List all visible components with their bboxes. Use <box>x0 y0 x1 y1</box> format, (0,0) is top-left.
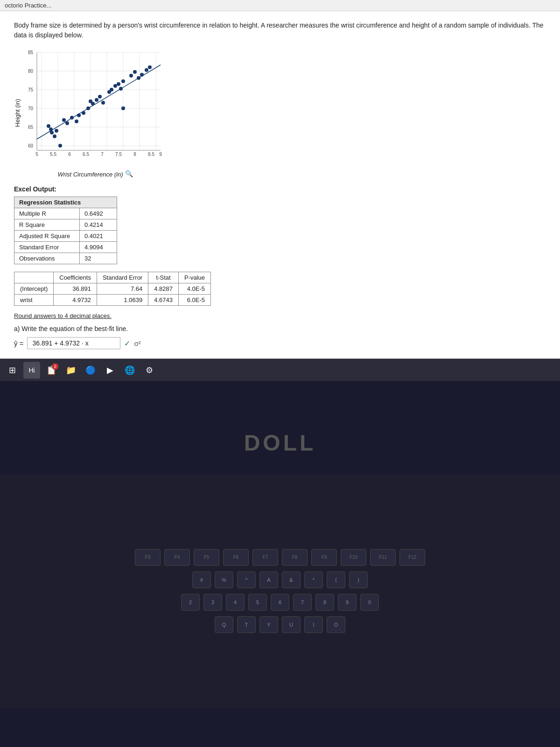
svg-point-39 <box>75 120 78 123</box>
coeff-col-p-value: P-value <box>178 272 210 283</box>
key-6[interactable]: 6 <box>271 594 289 611</box>
svg-point-51 <box>117 82 120 86</box>
svg-point-37 <box>65 121 69 125</box>
svg-text:5: 5 <box>35 152 38 157</box>
key-f11[interactable]: F11 <box>370 549 396 566</box>
key-8[interactable]: 8 <box>315 594 334 611</box>
key-ampersand[interactable]: & <box>282 571 301 588</box>
equation-input[interactable] <box>27 337 120 349</box>
svg-point-60 <box>145 68 148 72</box>
key-f9[interactable]: F9 <box>311 549 337 566</box>
key-i[interactable]: I <box>304 616 323 633</box>
wrist-label: wrist <box>14 295 54 306</box>
key-f6[interactable]: F6 <box>223 549 249 566</box>
observations-label: Observations <box>14 253 80 264</box>
sigma-icon: σ² <box>134 339 140 347</box>
taskbar-icon-badge[interactable]: 📋2 <box>43 362 60 379</box>
svg-text:8: 8 <box>133 152 136 157</box>
wrist-std-error: 1.0639 <box>97 295 148 306</box>
svg-point-59 <box>58 144 62 148</box>
key-rparen[interactable]: ) <box>349 571 368 588</box>
intercept-p-value: 4.0E-5 <box>178 283 210 295</box>
key-2[interactable]: 2 <box>181 594 200 611</box>
svg-text:65: 65 <box>28 125 34 130</box>
adj-r-square-value: 0.4021 <box>80 231 117 242</box>
key-9[interactable]: 9 <box>338 594 357 611</box>
svg-point-41 <box>82 111 85 115</box>
svg-text:80: 80 <box>28 69 34 74</box>
observations-value: 32 <box>80 253 117 264</box>
svg-text:85: 85 <box>28 50 34 55</box>
key-4[interactable]: 4 <box>226 594 245 611</box>
table-row: (Intercept) 36.891 7.64 4.8287 4.0E-5 <box>14 283 211 295</box>
main-content: Body frame size is determined by a perso… <box>0 11 560 368</box>
key-f7[interactable]: F7 <box>252 549 278 566</box>
svg-point-44 <box>95 98 98 102</box>
kb-fn-row: F3 F4 F5 F6 F7 F8 F9 F10 F11 F12 <box>135 549 425 566</box>
taskbar-icon-gear[interactable]: ⚙ <box>141 362 158 379</box>
svg-text:6: 6 <box>68 152 71 157</box>
svg-point-33 <box>53 134 56 138</box>
key-hash[interactable]: # <box>192 571 211 588</box>
svg-text:75: 75 <box>28 87 34 92</box>
coeff-header-row: Coefficients Standard Error t-Stat P-val… <box>14 272 211 283</box>
key-y[interactable]: Y <box>259 616 278 633</box>
key-f10[interactable]: F10 <box>341 549 366 566</box>
svg-point-58 <box>140 73 144 77</box>
key-u[interactable]: U <box>282 616 301 633</box>
kb-number-row: # % ^ A & * ( ) <box>192 571 368 588</box>
svg-point-61 <box>148 65 152 69</box>
svg-point-36 <box>49 127 53 131</box>
key-q[interactable]: Q <box>215 616 233 633</box>
taskbar-icon-browser[interactable]: 🌐 <box>121 362 138 379</box>
key-lparen[interactable]: ( <box>327 571 345 588</box>
regression-stats-table: Regression Statistics Multiple R 0.6492 … <box>14 197 117 264</box>
x-axis-label: Wrist Circumference (in) <box>57 171 123 178</box>
key-asterisk[interactable]: * <box>304 571 323 588</box>
key-f5[interactable]: F5 <box>194 549 219 566</box>
key-f4[interactable]: F4 <box>164 549 190 566</box>
taskbar-icon-windows[interactable]: ⊞ <box>4 362 21 379</box>
r-square-value: 0.4214 <box>80 219 117 231</box>
coefficients-table: Coefficients Standard Error t-Stat P-val… <box>14 272 211 306</box>
search-icon[interactable]: 🔍 <box>125 170 133 177</box>
key-percent[interactable]: % <box>215 571 233 588</box>
wrist-coeff: 4.9732 <box>54 295 97 306</box>
svg-point-35 <box>55 129 58 133</box>
multiple-r-value: 0.6492 <box>80 208 117 219</box>
taskbar-icon-circle[interactable]: 🔵 <box>82 362 99 379</box>
taskbar-icon-hi[interactable]: Hi <box>23 362 40 379</box>
table-row: Adjusted R Square 0.4021 <box>14 231 117 242</box>
intercept-std-error: 7.64 <box>97 283 148 295</box>
title-text: octorio Practice... <box>5 2 51 9</box>
key-3[interactable]: 3 <box>203 594 222 611</box>
key-t[interactable]: T <box>237 616 256 633</box>
table-row: R Square 0.4214 <box>14 219 117 231</box>
svg-point-42 <box>62 118 66 122</box>
taskbar-icon-folder[interactable]: 📁 <box>63 362 79 379</box>
key-o[interactable]: O <box>327 616 345 633</box>
key-a-upper[interactable]: A <box>259 571 278 588</box>
key-7[interactable]: 7 <box>293 594 312 611</box>
taskbar-icon-play[interactable]: ▶ <box>102 362 119 379</box>
adj-r-square-label: Adjusted R Square <box>14 231 80 242</box>
key-0[interactable]: 0 <box>360 594 379 611</box>
svg-text:6.5: 6.5 <box>83 152 89 157</box>
svg-text:9: 9 <box>159 152 162 157</box>
key-f12[interactable]: F12 <box>399 549 425 566</box>
taskbar: ⊞ Hi 📋2 📁 🔵 ▶ 🌐 ⚙ <box>0 359 560 381</box>
y-axis-label: Height (in) <box>14 99 21 127</box>
key-f3[interactable]: F3 <box>135 549 161 566</box>
key-f8[interactable]: F8 <box>282 549 308 566</box>
intercept-label: (Intercept) <box>14 283 54 295</box>
table-row: Observations 32 <box>14 253 117 264</box>
svg-text:7: 7 <box>101 152 104 157</box>
coeff-col-t-stat: t-Stat <box>148 272 179 283</box>
svg-point-46 <box>101 101 105 105</box>
key-5[interactable]: 5 <box>248 594 267 611</box>
svg-point-56 <box>133 70 137 74</box>
dell-logo: DOLL <box>244 430 316 455</box>
key-caret[interactable]: ^ <box>237 571 256 588</box>
svg-point-48 <box>89 99 92 103</box>
coeff-col-empty <box>14 272 54 283</box>
